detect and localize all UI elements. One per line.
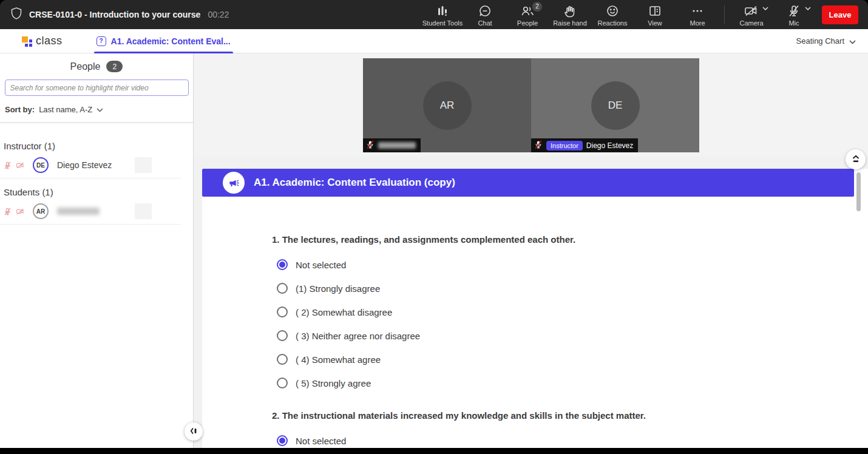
radio-unselected-icon[interactable]: [277, 354, 288, 365]
radio-option[interactable]: ( 3) Neither agree nor disagree: [277, 328, 844, 343]
radio-option-label: ( 5) Strongly agree: [296, 378, 371, 388]
sort-by-value: Last name, A-Z: [39, 105, 92, 114]
radio-option[interactable]: (1) Strongly disagree: [277, 281, 844, 296]
radio-selected-icon[interactable]: [277, 435, 288, 446]
video-tile-student[interactable]: AR: [363, 58, 531, 152]
row-action-placeholder: [135, 157, 152, 173]
raise-hand-button[interactable]: Raise hand: [549, 2, 591, 28]
video-tile-instructor[interactable]: DE Instructor Diego Estevez: [531, 58, 699, 152]
radio-option[interactable]: Not selected: [277, 433, 844, 448]
toolbar-divider: [724, 5, 725, 24]
avatar: DE: [33, 157, 49, 173]
radio-option-label: ( 2) Somewhat disagree: [296, 307, 392, 317]
leave-button[interactable]: Leave: [822, 5, 858, 24]
seating-chart-dropdown[interactable]: Seating Chart: [796, 36, 859, 47]
mic-label: Mic: [788, 19, 799, 27]
radio-option[interactable]: Not selected: [277, 257, 844, 272]
meeting-info: CRSE-0101-0 - Introduction to your cours…: [11, 7, 422, 22]
meeting-toolbar: Student Tools Chat 2 People Raise: [422, 2, 861, 28]
radio-option-label: ( 4) Somewhat agree: [296, 354, 381, 365]
people-button[interactable]: 2 People: [507, 2, 548, 28]
avatar: AR: [423, 81, 472, 130]
camera-dropdown-chevron-icon[interactable]: [762, 3, 768, 12]
radio-unselected-icon[interactable]: [277, 330, 288, 341]
seating-chart-label: Seating Chart: [796, 36, 845, 46]
chevron-down-icon: [97, 104, 103, 115]
video-nameplate: [363, 138, 421, 152]
view-button[interactable]: View: [634, 2, 676, 28]
sort-by-label: Sort by:: [5, 105, 35, 114]
course-title: CRSE-0101-0 - Introduction to your cours…: [29, 10, 200, 19]
people-label: People: [517, 19, 538, 27]
search-input[interactable]: [5, 80, 189, 96]
radio-option[interactable]: ( 5) Strongly agree: [277, 376, 844, 390]
people-count-pill: 2: [106, 61, 123, 72]
collapse-video-strip-button[interactable]: [846, 149, 866, 169]
radio-unselected-icon[interactable]: [277, 283, 288, 294]
radio-option[interactable]: ( 2) Somewhat disagree: [277, 305, 844, 319]
roster-row-instructor[interactable]: DE Diego Estevez: [0, 155, 181, 178]
video-strip: AR DE: [194, 53, 868, 157]
students-section-header: Students (1): [0, 187, 193, 201]
class-logo[interactable]: class: [22, 35, 63, 47]
camera-button[interactable]: Camera: [731, 2, 772, 28]
raise-hand-label: Raise hand: [553, 19, 587, 27]
shield-icon: [11, 7, 22, 22]
radio-option-label: ( 3) Neither agree nor disagree: [296, 331, 420, 341]
radio-unselected-icon[interactable]: [277, 378, 288, 388]
class-logo-icon: [22, 36, 33, 47]
mic-muted-icon: [534, 140, 543, 152]
reactions-label: Reactions: [598, 19, 628, 27]
reactions-button[interactable]: Reactions: [592, 2, 633, 28]
class-logo-text: class: [36, 35, 63, 47]
question-mark-icon: ?: [97, 36, 106, 46]
student-tools-icon: [436, 4, 449, 18]
radio-selected-icon[interactable]: [277, 259, 288, 270]
mic-muted-icon: [4, 161, 12, 170]
collapse-sidebar-button[interactable]: [185, 422, 203, 441]
tab-assignment[interactable]: ? A1. Academic: Content Eval...: [94, 29, 233, 53]
assignment-banner: A1. Academic: Content Evaluation (copy): [202, 169, 854, 197]
assignment-title: A1. Academic: Content Evaluation (copy): [254, 177, 455, 189]
view-label: View: [648, 19, 662, 27]
camera-off-icon: [744, 4, 759, 18]
radio-option-label: Not selected: [296, 436, 346, 446]
eject-icon: [852, 155, 860, 164]
participant-name: Diego Estevez: [57, 160, 112, 170]
row-action-placeholder: [135, 203, 152, 219]
vertical-scrollbar[interactable]: [856, 172, 861, 211]
reactions-icon: [606, 4, 619, 18]
people-count-badge: 2: [532, 2, 542, 12]
avatar: AR: [33, 203, 49, 219]
mic-off-icon: [788, 4, 800, 18]
announcement-megaphone-icon: [223, 172, 245, 194]
chat-button[interactable]: Chat: [464, 2, 506, 28]
people-panel-title: People: [70, 61, 101, 72]
mic-muted-icon: [4, 207, 12, 216]
participant-name: Diego Estevez: [586, 141, 633, 150]
more-label: More: [690, 19, 705, 27]
mic-dropdown-chevron-icon[interactable]: [805, 3, 811, 12]
student-tools-button[interactable]: Student Tools: [422, 2, 463, 28]
question-options: Not selected: [277, 433, 844, 448]
collapse-left-icon: [189, 427, 198, 437]
participant-name-redacted: [378, 142, 416, 149]
radio-option[interactable]: ( 4) Somewhat agree: [277, 352, 844, 367]
instructor-section-header: Instructor (1): [0, 141, 193, 155]
tab-bar: class ? A1. Academic: Content Eval... Se…: [0, 29, 868, 53]
more-icon: [691, 4, 704, 18]
question-options: Not selected (1) Strongly disagree ( 2) …: [277, 257, 844, 390]
question-text: 2. The instructional materials increased…: [272, 410, 844, 421]
mic-button[interactable]: Mic: [773, 2, 815, 28]
student-tools-label: Student Tools: [422, 19, 463, 27]
assignment-panel: A1. Academic: Content Evaluation (copy) …: [202, 169, 868, 448]
camera-off-icon: [15, 161, 25, 169]
radio-unselected-icon[interactable]: [277, 307, 288, 317]
app-window: CRSE-0101-0 - Introduction to your cours…: [0, 0, 868, 454]
sort-by-control[interactable]: Sort by: Last name, A-Z: [0, 96, 193, 123]
video-tiles: AR DE: [363, 58, 699, 152]
roster-row-student[interactable]: AR: [0, 201, 181, 225]
avatar: DE: [591, 81, 640, 130]
more-button[interactable]: More: [677, 2, 718, 28]
people-icon: 2: [520, 4, 535, 18]
